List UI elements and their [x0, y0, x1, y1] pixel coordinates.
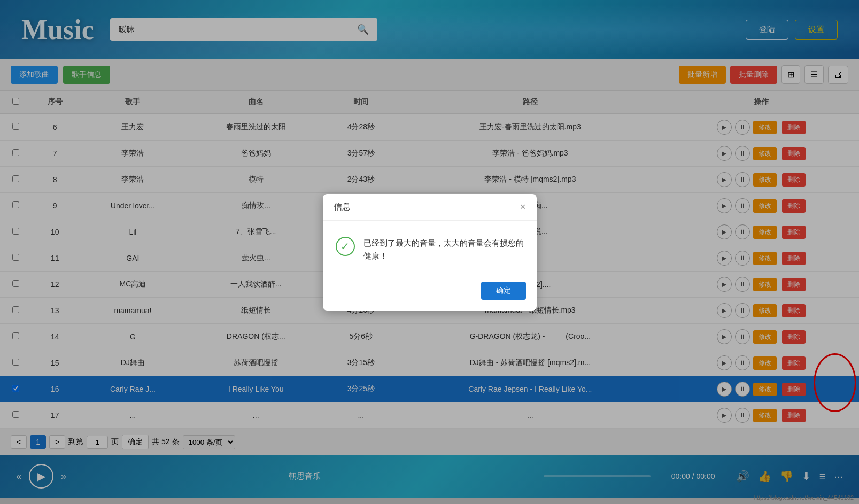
- modal-header: 信息 ×: [323, 194, 537, 221]
- modal-message: 已经到了最大的音量，太大的音量会有损您的 健康！: [363, 237, 524, 262]
- modal-message-line1: 已经到了最大的音量，太大的音量会有损您的: [363, 238, 524, 247]
- info-modal: 信息 × ✓ 已经到了最大的音量，太大的音量会有损您的 健康！ 确定: [323, 194, 537, 311]
- modal-title: 信息: [334, 201, 351, 213]
- modal-body: ✓ 已经到了最大的音量，太大的音量会有损您的 健康！: [323, 221, 537, 275]
- modal-message-line2: 健康！: [363, 251, 388, 260]
- success-icon: ✓: [336, 237, 355, 256]
- modal-overlay: 信息 × ✓ 已经到了最大的音量，太大的音量会有损您的 健康！ 确定: [0, 0, 859, 498]
- modal-footer: 确定: [323, 275, 537, 311]
- modal-confirm-button[interactable]: 确定: [481, 282, 526, 300]
- modal-close-button[interactable]: ×: [520, 201, 526, 213]
